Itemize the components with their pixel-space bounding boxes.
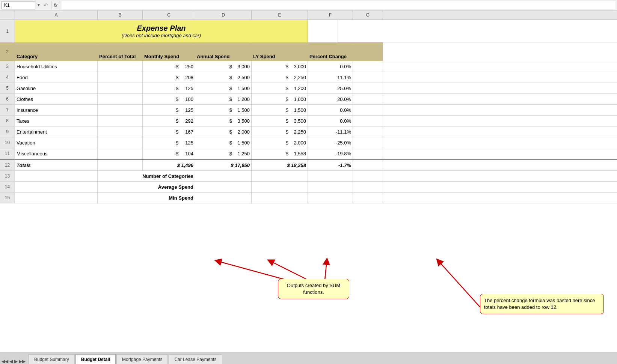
- cell-8d[interactable]: $ 3,500: [195, 116, 252, 126]
- cell-8b[interactable]: [98, 116, 143, 126]
- cell-7g[interactable]: [353, 105, 383, 115]
- cell-5d[interactable]: $ 1,500: [195, 83, 252, 93]
- cell-13b-label[interactable]: Number of Categories: [98, 171, 195, 181]
- cell-9g[interactable]: [353, 126, 383, 137]
- cell-11g[interactable]: [353, 148, 383, 159]
- col-header-e[interactable]: E: [252, 11, 308, 20]
- cell-5e[interactable]: $ 1,200: [252, 83, 308, 93]
- cell-5c[interactable]: $ 125: [143, 83, 195, 93]
- cell-8c[interactable]: $ 292: [143, 116, 195, 126]
- cell-11a[interactable]: Miscellaneous: [15, 148, 98, 159]
- cell-4f[interactable]: 11.1%: [308, 72, 353, 83]
- cell-6f[interactable]: 20.0%: [308, 94, 353, 104]
- title-merged-cell[interactable]: Expense Plan (Does not include mortgage …: [15, 20, 308, 42]
- cell-10g[interactable]: [353, 137, 383, 148]
- cell-10d[interactable]: $ 1,500: [195, 137, 252, 148]
- cell-3e[interactable]: $ 3,000: [252, 61, 308, 72]
- cell-14g[interactable]: [353, 182, 383, 192]
- header-category[interactable]: Category: [15, 42, 98, 61]
- cell-15g[interactable]: [353, 193, 383, 203]
- cell-15a[interactable]: [15, 193, 98, 203]
- cell-8f[interactable]: 0.0%: [308, 116, 353, 126]
- col-header-a[interactable]: A: [15, 11, 98, 20]
- col-header-b[interactable]: B: [98, 11, 143, 20]
- cell-8e[interactable]: $ 3,500: [252, 116, 308, 126]
- cell-7f[interactable]: 0.0%: [308, 105, 353, 115]
- cell-9b[interactable]: [98, 126, 143, 137]
- cell-9a[interactable]: Entertainment: [15, 126, 98, 137]
- cell-6e[interactable]: $ 1,000: [252, 94, 308, 104]
- cell-4b[interactable]: [98, 72, 143, 83]
- cell-9e[interactable]: $ 2,250: [252, 126, 308, 137]
- cell-14f[interactable]: [308, 182, 353, 192]
- cell-11e[interactable]: $ 1,558: [252, 148, 308, 159]
- formula-input[interactable]: [62, 1, 615, 9]
- tab-budget-summary[interactable]: Budget Summary: [29, 354, 75, 364]
- cell-14b-label[interactable]: Average Spend: [98, 182, 195, 192]
- cell-7b[interactable]: [98, 105, 143, 115]
- col-header-c[interactable]: C: [143, 11, 195, 20]
- cell-11d[interactable]: $ 1,250: [195, 148, 252, 159]
- cell-5b[interactable]: [98, 83, 143, 93]
- cell-7c[interactable]: $ 125: [143, 105, 195, 115]
- cell-12f[interactable]: -1.7%: [308, 160, 353, 170]
- cell-15d[interactable]: [195, 193, 252, 203]
- cell-14d[interactable]: [195, 182, 252, 192]
- cell-3a[interactable]: Household Utilities: [15, 61, 98, 72]
- cell-7d[interactable]: $ 1,500: [195, 105, 252, 115]
- cell-15f[interactable]: [308, 193, 353, 203]
- cell-3g[interactable]: [353, 61, 383, 72]
- cell-13f[interactable]: [308, 171, 353, 181]
- cell-13d[interactable]: [195, 171, 252, 181]
- header-percent-change[interactable]: Percent Change: [308, 42, 353, 61]
- col-header-f[interactable]: F: [308, 11, 353, 20]
- cell-12c[interactable]: $ 1,496: [143, 160, 195, 170]
- undo-button[interactable]: ↶: [42, 2, 50, 9]
- cell-12g[interactable]: [353, 160, 383, 170]
- cell-13e[interactable]: [252, 171, 308, 181]
- cell-6d[interactable]: $ 1,200: [195, 94, 252, 104]
- cell-12b[interactable]: [98, 160, 143, 170]
- cell-12d[interactable]: $ 17,950: [195, 160, 252, 170]
- tab-budget-detail[interactable]: Budget Detail: [75, 354, 116, 364]
- cell-12e[interactable]: $ 18,258: [252, 160, 308, 170]
- cell-14a[interactable]: [15, 182, 98, 192]
- cell-7e[interactable]: $ 1,500: [252, 105, 308, 115]
- cell-4g[interactable]: [353, 72, 383, 83]
- cell-5f[interactable]: 25.0%: [308, 83, 353, 93]
- header-annual-spend[interactable]: Annual Spend: [195, 42, 252, 61]
- cell-15e[interactable]: [252, 193, 308, 203]
- cell-13a[interactable]: [15, 171, 98, 181]
- tab-car-lease-payments[interactable]: Car Lease Payments: [169, 354, 222, 364]
- cell-10a[interactable]: Vacation: [15, 137, 98, 148]
- header-percent-total[interactable]: Percent of Total: [98, 42, 143, 61]
- cell-11f[interactable]: -19.8%: [308, 148, 353, 159]
- cell-1g[interactable]: [308, 20, 338, 42]
- cell-15b-label[interactable]: Min Spend: [98, 193, 195, 203]
- cell-11b[interactable]: [98, 148, 143, 159]
- cell-9d[interactable]: $ 2,000: [195, 126, 252, 137]
- cell-9c[interactable]: $ 167: [143, 126, 195, 137]
- cell-6a[interactable]: Clothes: [15, 94, 98, 104]
- cell-6c[interactable]: $ 100: [143, 94, 195, 104]
- cell-6b[interactable]: [98, 94, 143, 104]
- cell-3c[interactable]: $ 250: [143, 61, 195, 72]
- cell-6g[interactable]: [353, 94, 383, 104]
- cell-8g[interactable]: [353, 116, 383, 126]
- cell-5g[interactable]: [353, 83, 383, 93]
- col-header-d[interactable]: D: [195, 11, 252, 20]
- cell-11c[interactable]: $ 104: [143, 148, 195, 159]
- cell-12a[interactable]: Totals: [15, 160, 98, 170]
- cell-9f[interactable]: -11.1%: [308, 126, 353, 137]
- cell-10f[interactable]: -25.0%: [308, 137, 353, 148]
- cell-reference-box[interactable]: K1: [2, 1, 35, 9]
- cell-10c[interactable]: $ 125: [143, 137, 195, 148]
- col-header-g[interactable]: G: [353, 11, 383, 20]
- cell-7a[interactable]: Insurance: [15, 105, 98, 115]
- cell-14e[interactable]: [252, 182, 308, 192]
- cell-3f[interactable]: 0.0%: [308, 61, 353, 72]
- cell-3b[interactable]: [98, 61, 143, 72]
- cell-10b[interactable]: [98, 137, 143, 148]
- cell-4c[interactable]: $ 208: [143, 72, 195, 83]
- cell-3d[interactable]: $ 3,000: [195, 61, 252, 72]
